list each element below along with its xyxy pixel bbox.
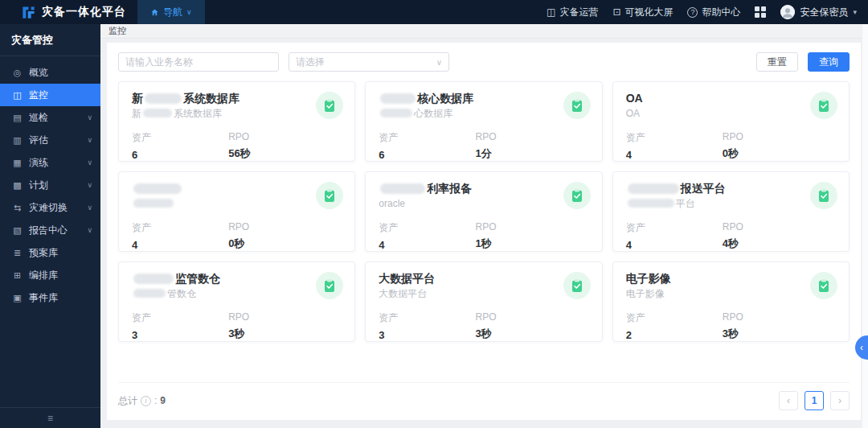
business-card[interactable]: 利率报备 oracle 资产 4 RPO 1秒 <box>365 171 602 252</box>
business-card[interactable]: 新系统数据库 新系统数据库 资产 6 RPO 56秒 <box>118 81 355 162</box>
topbar-right: ◫ 灾备运营 ⊡ 可视化大屏 ? 帮助中心 安全保密员 ▾ <box>547 5 868 19</box>
nav-menu-button[interactable]: 导航 ∨ <box>137 0 205 24</box>
business-card[interactable]: 监管数仓 管数仓 资产 3 RPO 3秒 <box>118 261 355 342</box>
card-title-text: 利率报备 <box>427 182 472 195</box>
clipboard-check-icon <box>817 278 831 293</box>
evaluation-icon: ▥ <box>11 135 23 146</box>
plan-icon: ▩ <box>11 180 23 191</box>
asset-value: 4 <box>379 239 475 251</box>
asset-stat: 资产 3 <box>132 311 228 341</box>
status-badge <box>810 272 837 299</box>
drill-icon: ▦ <box>11 158 23 168</box>
business-card[interactable]: 资产 4 RPO 0秒 <box>118 171 355 252</box>
prev-page-button[interactable]: ‹ <box>779 391 798 410</box>
help-icon: ? <box>687 7 698 18</box>
sidebar-item-event-library[interactable]: ▣ 事件库 <box>0 286 100 309</box>
page-number-button[interactable]: 1 <box>805 391 824 410</box>
chevron-down-icon: ∨ <box>87 136 92 144</box>
redacted-text <box>380 183 425 194</box>
card-title-text: 大数据平台 <box>379 272 435 285</box>
business-name-input[interactable] <box>118 52 279 72</box>
sidebar-menu: ◎ 概览 ◫ 监控 ▤ 巡检 ∨ ▥ 评估 ∨ ▦ 演练 ∨ ▩ 计划 ∨ ⇆ … <box>0 56 100 309</box>
overview-icon: ◎ <box>11 68 23 78</box>
card-subtitle-text: 管数仓 <box>167 288 196 299</box>
tab-monitoring[interactable]: 监控 <box>100 25 134 37</box>
sidebar-item-overview[interactable]: ◎ 概览 <box>0 61 100 84</box>
orchestration-library-icon: ⊞ <box>11 270 23 281</box>
clipboard-check-icon <box>570 188 584 203</box>
redacted-text <box>145 93 182 104</box>
redacted-text <box>133 274 174 284</box>
topbar-link-help[interactable]: ? 帮助中心 <box>687 6 740 19</box>
card-subtitle-text: 系统数据库 <box>174 108 222 119</box>
rpo-stat: RPO 3秒 <box>723 311 819 341</box>
user-menu[interactable]: 安全保密员 ▾ <box>780 5 857 19</box>
rpo-label: RPO <box>476 131 572 142</box>
reset-button[interactable]: 重置 <box>756 52 798 72</box>
redacted-text <box>133 183 182 194</box>
total-colon: : <box>154 395 157 406</box>
report-center-icon: ▧ <box>11 225 23 236</box>
rpo-value: 3秒 <box>476 327 572 341</box>
sidebar-item-label: 预案库 <box>29 246 92 260</box>
card-subtitle-text: 大数据平台 <box>379 288 427 299</box>
sidebar-item-monitor[interactable]: ◫ 监控 <box>0 84 100 106</box>
tab-strip: 监控 <box>100 24 868 39</box>
sidebar-item-orchestration-library[interactable]: ⊞ 编排库 <box>0 264 100 286</box>
sidebar-item-report-center[interactable]: ▧ 报告中心 ∨ <box>0 219 100 241</box>
chevron-down-icon: ∨ <box>87 226 92 234</box>
sidebar-item-label: 演练 <box>29 156 87 170</box>
sidebar-item-label: 计划 <box>29 179 87 192</box>
business-card[interactable]: 电子影像 电子影像 资产 2 RPO 3秒 <box>612 261 850 342</box>
total-value: 9 <box>160 395 166 406</box>
user-name: 安全保密员 <box>800 6 848 19</box>
rpo-label: RPO <box>723 221 819 233</box>
business-card[interactable]: 大数据平台 大数据平台 资产 3 RPO 3秒 <box>365 261 602 342</box>
business-card[interactable]: OA OA 资产 4 RPO 0秒 <box>612 81 850 162</box>
rpo-value: 3秒 <box>228 327 325 341</box>
topbar-link-ops-monitor[interactable]: ◫ 灾备运营 <box>547 6 598 19</box>
rpo-label: RPO <box>228 311 325 323</box>
business-card[interactable]: 核心数据库 心数据库 资产 6 RPO 1分 <box>365 81 602 162</box>
redacted-text <box>628 183 679 194</box>
card-title-text: 报送平台 <box>681 182 726 195</box>
sidebar-item-switchover[interactable]: ⇆ 灾难切换 ∨ <box>0 196 100 219</box>
topbar-link-big-screen[interactable]: ⊡ 可视化大屏 <box>612 6 673 19</box>
apps-grid-icon[interactable] <box>755 6 766 18</box>
status-badge <box>810 182 837 209</box>
sidebar-item-plan-library[interactable]: ≣ 预案库 <box>0 241 100 264</box>
card-grid: 新系统数据库 新系统数据库 资产 6 RPO 56秒 核心数据库 <box>118 81 850 342</box>
asset-value: 6 <box>379 149 475 161</box>
rpo-value: 4秒 <box>723 237 819 251</box>
total-label: 总计 <box>118 394 137 408</box>
sidebar-item-plan[interactable]: ▩ 计划 ∨ <box>0 174 100 196</box>
sidebar-item-inspection[interactable]: ▤ 巡检 ∨ <box>0 106 100 129</box>
rpo-stat: RPO 1秒 <box>476 221 572 251</box>
sidebar-item-label: 编排库 <box>29 269 92 282</box>
sidebar-item-drill[interactable]: ▦ 演练 ∨ <box>0 151 100 174</box>
filter-bar: 请选择 ∨ 重置 查询 <box>118 52 850 72</box>
sidebar-item-evaluation[interactable]: ▥ 评估 ∨ <box>0 129 100 151</box>
next-page-button[interactable]: › <box>830 391 850 410</box>
caret-down-icon: ▾ <box>853 8 857 16</box>
clipboard-check-icon <box>322 98 337 113</box>
rpo-stat: RPO 0秒 <box>228 221 325 251</box>
card-title <box>132 182 342 195</box>
sidebar-collapse-button[interactable]: ≡ <box>0 407 100 428</box>
business-card[interactable]: 报送平台 平台 资产 4 RPO 4秒 <box>612 171 850 252</box>
card-stats: 资产 2 RPO 3秒 <box>626 311 836 341</box>
query-button[interactable]: 查询 <box>808 52 850 72</box>
asset-stat: 资产 4 <box>379 221 475 251</box>
scrollbar-track <box>862 24 868 428</box>
topbar-link-label: 可视化大屏 <box>624 6 673 19</box>
filter-select[interactable]: 请选择 ∨ <box>289 52 449 72</box>
sidebar: 灾备管控 ◎ 概览 ◫ 监控 ▤ 巡检 ∨ ▥ 评估 ∨ ▦ 演练 ∨ ▩ 计划… <box>0 24 100 428</box>
sidebar-item-label: 评估 <box>29 134 87 147</box>
chevron-down-icon: ∨ <box>87 113 92 121</box>
avatar <box>780 5 795 19</box>
asset-stat: 资产 4 <box>132 221 228 251</box>
rpo-value: 1分 <box>476 146 572 161</box>
asset-label: 资产 <box>379 311 475 325</box>
card-title: 核心数据库 <box>379 92 588 105</box>
card-subtitle-text: 电子影像 <box>626 288 665 299</box>
